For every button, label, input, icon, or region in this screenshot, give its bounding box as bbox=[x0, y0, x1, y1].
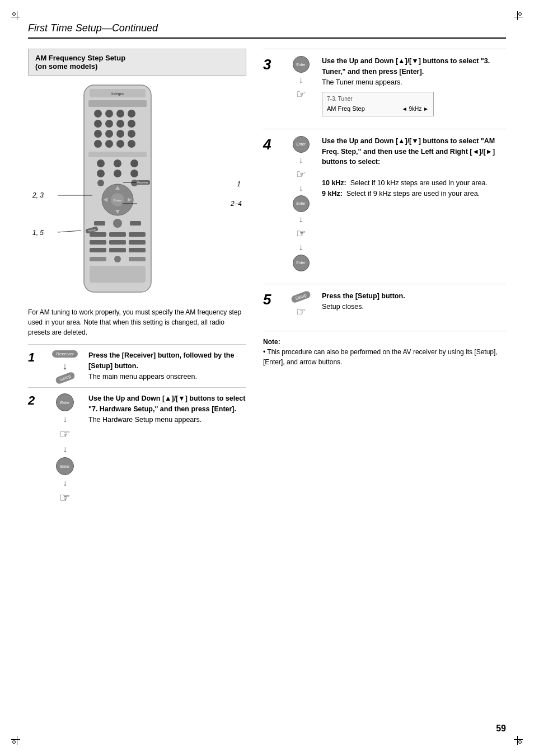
step-4-arrow2: ↓ bbox=[299, 183, 303, 193]
step-3-hand: ☞ bbox=[296, 87, 306, 101]
page-header: First Time Setup—Continued bbox=[28, 22, 506, 39]
step-5-text: Press the [Setup] button. Setup closes. bbox=[322, 291, 506, 318]
svg-rect-44 bbox=[129, 240, 146, 245]
step-4-number: 4 bbox=[263, 136, 279, 153]
remote-graphic-area: Integra bbox=[28, 82, 246, 300]
step-4-enter-btn-top: Enter bbox=[293, 136, 310, 153]
svg-text:Integra: Integra bbox=[111, 92, 124, 96]
step-4-option1-desc: Select if 10 kHz steps are used in your … bbox=[350, 179, 488, 187]
svg-rect-40 bbox=[109, 232, 126, 237]
svg-point-26 bbox=[130, 170, 138, 177]
svg-point-8 bbox=[94, 120, 102, 128]
am-freq-title: AM Frequency Step Setup (on some models) bbox=[35, 54, 239, 71]
label-1: 1 bbox=[237, 180, 241, 188]
step-5-right: 5 Setup ☞ Press the [Setup] button. Setu… bbox=[263, 284, 506, 325]
step-5-content: Setup ☞ Press the [Setup] button. Setup … bbox=[285, 291, 506, 318]
page-number: 59 bbox=[496, 724, 506, 734]
main-content: AM Frequency Step Setup (on some models)… bbox=[28, 49, 506, 511]
svg-point-11 bbox=[128, 120, 135, 128]
step-2-left: 2 Enter ↓ ☞ ↓ Enter ↓ ☞ Use the Up and D… bbox=[28, 387, 246, 511]
step-4-images: Enter ↓ ☞ ↓ Enter ↓ ☞ ↓ Enter bbox=[285, 136, 316, 271]
step-1-title: Press the [Receiver] button, followed by… bbox=[88, 351, 234, 370]
step-2-arrow-down3: ↓ bbox=[63, 478, 67, 487]
corner-dot-br bbox=[518, 740, 522, 744]
step-3-right: 3 Enter ↓ ☞ Use the Up and Down [▲]/[▼] … bbox=[263, 49, 506, 123]
svg-rect-42 bbox=[90, 240, 106, 245]
step-3-number: 3 bbox=[263, 56, 279, 73]
svg-point-7 bbox=[128, 110, 135, 118]
svg-point-37 bbox=[113, 219, 122, 228]
svg-point-15 bbox=[128, 130, 135, 138]
step-1-left: 1 Receiver ↓ Setup Press the [Receiver] … bbox=[28, 344, 246, 387]
svg-point-19 bbox=[128, 140, 135, 148]
svg-rect-36 bbox=[94, 221, 105, 226]
step-2-title: Use the Up and Down [▲]/[▼] buttons to s… bbox=[88, 395, 245, 413]
step-1-arrow-down: ↓ bbox=[63, 361, 68, 371]
svg-point-27 bbox=[97, 180, 104, 186]
step-2-arrow-down2: ↓ bbox=[63, 445, 67, 454]
svg-point-17 bbox=[105, 140, 113, 148]
step-5-title: Press the [Setup] button. bbox=[322, 292, 405, 300]
setup-button-5: Setup bbox=[291, 290, 311, 303]
tuner-menu-row-label: AM Freq Step bbox=[327, 104, 365, 114]
step-3-enter-btn: Enter bbox=[293, 56, 310, 73]
svg-rect-45 bbox=[90, 248, 106, 252]
step-2-text: Use the Up and Down [▲]/[▼] buttons to s… bbox=[88, 393, 246, 425]
step-4-hand2: ☞ bbox=[296, 227, 306, 240]
step-4-content: Enter ↓ ☞ ↓ Enter ↓ ☞ ↓ Enter Use the Up… bbox=[285, 136, 506, 271]
tuner-menu-row-value: ◄ 9kHz ► bbox=[402, 105, 429, 113]
enter-button-top: Enter bbox=[56, 393, 74, 411]
svg-rect-46 bbox=[109, 248, 126, 252]
step-4-title: Use the Up and Down [▲]/[▼] buttons to s… bbox=[322, 137, 495, 166]
setup-button-1: Setup bbox=[54, 371, 75, 384]
svg-point-9 bbox=[105, 120, 113, 128]
step-4-arrow3: ↓ bbox=[299, 214, 303, 224]
corner-dot-tr bbox=[518, 12, 522, 16]
step-3-text: Use the Up and Down [▲]/[▼] buttons to s… bbox=[322, 56, 506, 116]
description-text: For AM tuning to work properly, you must… bbox=[28, 307, 246, 337]
svg-point-23 bbox=[130, 159, 138, 167]
svg-point-16 bbox=[94, 140, 102, 148]
page: First Time Setup—Continued AM Frequency … bbox=[0, 0, 534, 756]
enter-button-bottom: Enter bbox=[56, 457, 74, 475]
svg-point-10 bbox=[116, 120, 124, 128]
title-text: First Time Setup bbox=[28, 22, 102, 34]
svg-point-12 bbox=[94, 130, 102, 138]
label-24: 2–4 bbox=[231, 200, 242, 208]
am-freq-box: AM Frequency Step Setup (on some models) bbox=[28, 49, 246, 76]
left-column: AM Frequency Step Setup (on some models)… bbox=[28, 49, 246, 511]
label-23: 2, 3 bbox=[32, 191, 44, 199]
title-continued: —Continued bbox=[102, 22, 158, 34]
svg-rect-43 bbox=[109, 240, 126, 245]
step-2-body: The Hardware Setup menu appears. bbox=[88, 416, 202, 424]
svg-rect-41 bbox=[129, 232, 146, 237]
step-4-arrow1: ↓ bbox=[299, 155, 303, 165]
step-4-option1-label: 10 kHz: bbox=[322, 179, 346, 187]
step-1-images: Receiver ↓ Setup bbox=[48, 350, 82, 382]
receiver-button: Receiver bbox=[52, 350, 78, 358]
svg-rect-51 bbox=[90, 266, 146, 283]
svg-rect-50 bbox=[129, 257, 146, 261]
svg-text:Receiver: Receiver bbox=[137, 181, 148, 184]
svg-point-49 bbox=[114, 256, 121, 262]
svg-rect-3 bbox=[88, 100, 147, 107]
remote-svg: Integra bbox=[62, 82, 174, 300]
step-2-hand-icon2: ☞ bbox=[59, 491, 71, 505]
step-4-arrow4: ↓ bbox=[299, 242, 303, 252]
step-5-images: Setup ☞ bbox=[285, 291, 316, 318]
am-freq-title-line2: (on some models) bbox=[35, 62, 97, 71]
page-title: First Time Setup—Continued bbox=[28, 22, 506, 34]
tuner-menu-row: AM Freq Step ◄ 9kHz ► bbox=[327, 104, 429, 114]
step-1-body: The main menu appears onscreen. bbox=[88, 373, 197, 381]
tuner-menu-label: 7-3. Tuner bbox=[327, 95, 429, 103]
step-3-body: The Tuner menu appears. bbox=[322, 78, 402, 86]
corner-dot-tl bbox=[12, 12, 16, 16]
step-4-hand1: ☞ bbox=[296, 167, 306, 181]
svg-point-21 bbox=[97, 159, 105, 167]
svg-point-14 bbox=[116, 130, 124, 138]
svg-point-5 bbox=[105, 110, 113, 118]
step-5-hand: ☞ bbox=[296, 305, 306, 318]
step-2-images: Enter ↓ ☞ ↓ Enter ↓ ☞ bbox=[48, 393, 82, 505]
right-column: 3 Enter ↓ ☞ Use the Up and Down [▲]/[▼] … bbox=[263, 49, 506, 511]
svg-point-4 bbox=[94, 110, 102, 118]
